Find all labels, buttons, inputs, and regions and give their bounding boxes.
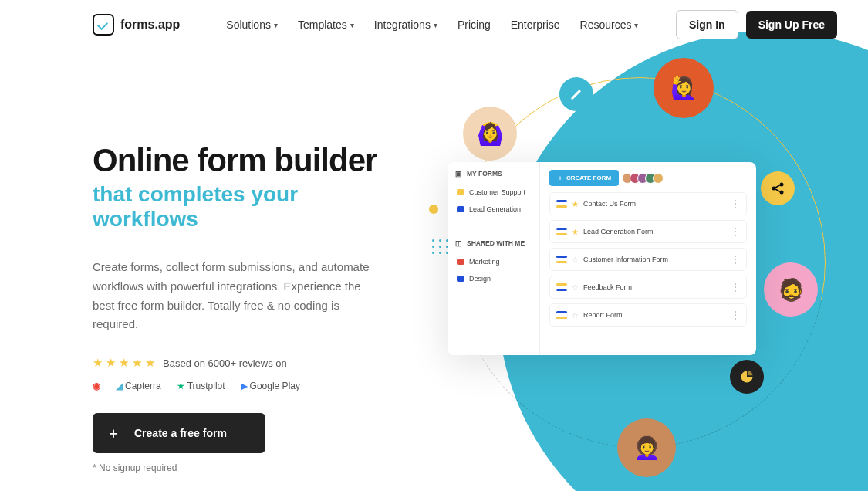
sidebar-folder-label: Design bbox=[469, 275, 491, 283]
avatar-photo-4: 👩‍🦱 bbox=[617, 418, 676, 477]
collaborator-avatars[interactable] bbox=[625, 173, 664, 184]
primary-nav: Solutions ▾ Templates ▾ Integrations ▾ P… bbox=[226, 19, 638, 31]
create-form-button[interactable]: ＋ CREATE FORM bbox=[549, 170, 619, 186]
nav-enterprise-label: Enterprise bbox=[511, 19, 560, 31]
star-icon[interactable]: ☆ bbox=[572, 311, 579, 320]
nav-pricing-label: Pricing bbox=[458, 19, 491, 31]
star-icon: ★ bbox=[132, 356, 142, 370]
brand-logo[interactable]: forms.app bbox=[93, 14, 180, 36]
folder-icon bbox=[457, 189, 464, 195]
star-icon[interactable]: ☆ bbox=[572, 283, 579, 292]
sidebar-folder-lead-generation[interactable]: Lead Generation bbox=[448, 201, 539, 218]
review-platforms: ◉ ◢Capterra ★Trustpilot ▶Google Play bbox=[93, 381, 401, 391]
form-list-row[interactable]: ☆ Customer Information Form ⋮ bbox=[549, 248, 747, 271]
form-name: Contact Us Form bbox=[583, 200, 636, 208]
capterra-label: Capterra bbox=[125, 381, 161, 391]
form-name: Report Form bbox=[583, 311, 623, 319]
star-icon[interactable]: ☆ bbox=[572, 256, 579, 264]
sidebar-folder-design[interactable]: Design bbox=[448, 270, 539, 287]
svg-point-1 bbox=[780, 183, 784, 187]
nav-enterprise[interactable]: Enterprise bbox=[511, 19, 560, 31]
sidebar-myforms-label: MY FORMS bbox=[467, 170, 502, 178]
svg-point-2 bbox=[780, 191, 784, 195]
sidebar-folder-label: Customer Support bbox=[469, 188, 525, 196]
chevron-down-icon: ▾ bbox=[634, 21, 638, 29]
sidebar-shared-label: SHARED WITH ME bbox=[467, 239, 525, 247]
share-icon bbox=[761, 171, 795, 205]
sidebar-header-shared[interactable]: ◫ SHARED WITH ME bbox=[448, 232, 539, 253]
star-icon: ★ bbox=[93, 356, 103, 370]
form-name: Lead Generation Form bbox=[583, 228, 654, 235]
logo-mark-icon bbox=[93, 14, 114, 36]
app-sidebar: ▣ MY FORMS Customer Support Lead Generat… bbox=[448, 162, 540, 355]
reviews-text: Based on 6000+ reviews on bbox=[163, 357, 287, 369]
app-main: ＋ CREATE FORM ★ Contact Us Form ⋮ bbox=[540, 162, 756, 355]
folder-icon bbox=[457, 259, 464, 265]
g2-logo[interactable]: ◉ bbox=[93, 381, 100, 391]
nav-integrations-label: Integrations bbox=[374, 19, 431, 31]
nav-templates[interactable]: Templates ▾ bbox=[298, 19, 354, 31]
sidebar-folder-label: Marketing bbox=[469, 258, 500, 266]
nav-resources[interactable]: Resources ▾ bbox=[580, 19, 639, 31]
signin-button[interactable]: Sign In bbox=[676, 10, 738, 39]
form-list-row[interactable]: ★ Lead Generation Form ⋮ bbox=[549, 220, 747, 243]
kebab-menu-icon[interactable]: ⋮ bbox=[731, 198, 740, 209]
avatar-photo-2: 🙋‍♀️ bbox=[654, 58, 714, 118]
app-toolbar: ＋ CREATE FORM bbox=[549, 170, 747, 186]
avatar-photo-1: 🙆‍♀️ bbox=[463, 107, 517, 161]
chevron-down-icon: ▾ bbox=[274, 21, 278, 29]
nav-solutions-label: Solutions bbox=[226, 19, 271, 31]
chevron-down-icon: ▾ bbox=[434, 21, 437, 29]
pie-chart-icon bbox=[730, 360, 764, 394]
kebab-menu-icon[interactable]: ⋮ bbox=[731, 226, 740, 237]
star-icon: ★ bbox=[119, 356, 129, 370]
form-list-row[interactable]: ☆ Report Form ⋮ bbox=[549, 303, 747, 327]
form-name: Customer Information Form bbox=[583, 256, 668, 263]
trustpilot-label: Trustpilot bbox=[187, 381, 225, 391]
googleplay-label: Google Play bbox=[250, 381, 300, 391]
folder-icon bbox=[457, 276, 464, 282]
chevron-down-icon: ▾ bbox=[350, 21, 354, 29]
trustpilot-logo[interactable]: ★Trustpilot bbox=[177, 381, 225, 391]
kebab-menu-icon[interactable]: ⋮ bbox=[731, 282, 740, 293]
hero-subtitle: that completes your workflows bbox=[93, 182, 401, 232]
capterra-logo[interactable]: ◢Capterra bbox=[116, 381, 161, 391]
hero-title: Online form builder bbox=[93, 142, 401, 179]
form-name: Feedback Form bbox=[583, 283, 632, 291]
folder-outline-icon: ▣ bbox=[455, 170, 462, 178]
hero-description: Create forms, collect form submissions, … bbox=[93, 258, 386, 334]
googleplay-logo[interactable]: ▶Google Play bbox=[241, 381, 300, 391]
form-list-row[interactable]: ★ Contact Us Form ⋮ bbox=[549, 192, 747, 215]
star-icon[interactable]: ★ bbox=[572, 228, 579, 236]
sidebar-folder-customer-support[interactable]: Customer Support bbox=[448, 184, 539, 201]
star-icon: ★ bbox=[145, 356, 155, 370]
nav-integrations[interactable]: Integrations ▾ bbox=[374, 19, 437, 31]
plus-icon: ＋ bbox=[557, 174, 563, 182]
sidebar-folder-label: Lead Generation bbox=[469, 205, 521, 213]
avatar-photo-3: 🧔 bbox=[764, 262, 818, 317]
pencil-icon bbox=[559, 77, 593, 111]
cta-label: Create a free form bbox=[134, 427, 227, 439]
kebab-menu-icon[interactable]: ⋮ bbox=[731, 310, 740, 320]
hero-section: Online form builder that completes your … bbox=[0, 49, 401, 473]
star-icon: ★ bbox=[106, 356, 116, 370]
star-icon[interactable]: ★ bbox=[572, 200, 579, 208]
folder-icon bbox=[457, 206, 464, 212]
nav-pricing[interactable]: Pricing bbox=[458, 19, 491, 31]
blue-dot-icon bbox=[548, 396, 557, 405]
sidebar-header-myforms[interactable]: ▣ MY FORMS bbox=[448, 162, 539, 184]
kebab-menu-icon[interactable]: ⋮ bbox=[731, 254, 740, 265]
signup-button[interactable]: Sign Up Free bbox=[746, 11, 837, 39]
yellow-dot-icon bbox=[429, 205, 438, 214]
brand-name: forms.app bbox=[120, 18, 180, 32]
create-form-label: CREATE FORM bbox=[566, 174, 611, 181]
create-free-form-button[interactable]: ＋ Create a free form bbox=[93, 413, 265, 453]
nav-resources-label: Resources bbox=[580, 19, 632, 31]
form-list-row[interactable]: ☆ Feedback Form ⋮ bbox=[549, 276, 747, 299]
hero-illustration: 🙆‍♀️ 🙋‍♀️ 🧔 👩‍🦱 ▣ MY FORMS Customer Supp… bbox=[432, 62, 864, 463]
cta-footnote: * No signup required bbox=[93, 462, 401, 473]
nav-solutions[interactable]: Solutions ▾ bbox=[226, 19, 278, 31]
mini-avatar-icon bbox=[653, 173, 664, 184]
nav-templates-label: Templates bbox=[298, 19, 347, 31]
sidebar-folder-marketing[interactable]: Marketing bbox=[448, 253, 539, 270]
